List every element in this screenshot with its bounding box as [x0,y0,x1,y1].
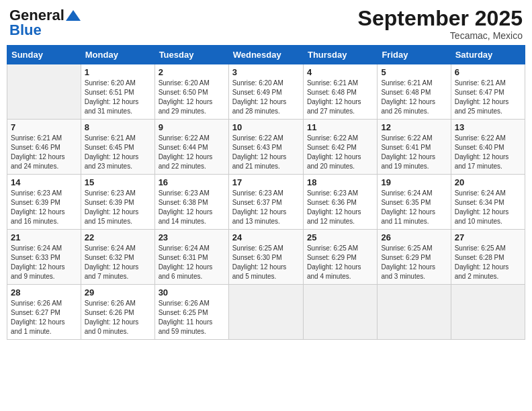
day-info: Sunrise: 6:24 AM Sunset: 6:35 PM Dayligh… [381,189,447,226]
logo: General Blue [9,7,81,39]
calendar-cell: 18Sunrise: 6:23 AM Sunset: 6:36 PM Dayli… [303,175,377,230]
day-number: 21 [11,232,77,242]
day-info: Sunrise: 6:25 AM Sunset: 6:28 PM Dayligh… [455,244,521,281]
day-info: Sunrise: 6:25 AM Sunset: 6:29 PM Dayligh… [381,244,447,281]
day-info: Sunrise: 6:21 AM Sunset: 6:48 PM Dayligh… [381,79,447,116]
calendar-cell: 8Sunrise: 6:21 AM Sunset: 6:45 PM Daylig… [81,120,154,175]
day-info: Sunrise: 6:22 AM Sunset: 6:43 PM Dayligh… [232,134,300,171]
day-info: Sunrise: 6:21 AM Sunset: 6:47 PM Dayligh… [455,79,521,116]
day-number: 22 [85,232,151,242]
day-number: 28 [11,287,77,298]
day-number: 27 [455,232,521,242]
day-info: Sunrise: 6:21 AM Sunset: 6:46 PM Dayligh… [11,134,77,171]
day-info: Sunrise: 6:21 AM Sunset: 6:45 PM Dayligh… [85,134,151,171]
calendar-cell: 17Sunrise: 6:23 AM Sunset: 6:37 PM Dayli… [228,175,303,230]
calendar-cell: 30Sunrise: 6:26 AM Sunset: 6:25 PM Dayli… [154,285,228,340]
day-number: 4 [307,67,373,77]
day-number: 10 [232,122,300,132]
calendar-cell: 10Sunrise: 6:22 AM Sunset: 6:43 PM Dayli… [228,120,303,175]
day-info: Sunrise: 6:21 AM Sunset: 6:48 PM Dayligh… [307,79,373,116]
calendar-cell: 3Sunrise: 6:20 AM Sunset: 6:49 PM Daylig… [228,64,303,120]
calendar-cell: 4Sunrise: 6:21 AM Sunset: 6:48 PM Daylig… [303,64,377,120]
calendar-cell: 19Sunrise: 6:24 AM Sunset: 6:35 PM Dayli… [378,175,451,230]
calendar-cell: 27Sunrise: 6:25 AM Sunset: 6:28 PM Dayli… [451,230,525,285]
weekday-header-sunday: Sunday [7,46,81,64]
day-number: 15 [85,177,151,187]
calendar-cell: 16Sunrise: 6:23 AM Sunset: 6:38 PM Dayli… [154,175,228,230]
day-info: Sunrise: 6:22 AM Sunset: 6:44 PM Dayligh… [159,134,225,171]
day-info: Sunrise: 6:23 AM Sunset: 6:39 PM Dayligh… [11,189,77,226]
day-info: Sunrise: 6:22 AM Sunset: 6:42 PM Dayligh… [307,134,373,171]
calendar-cell [378,285,451,340]
day-info: Sunrise: 6:25 AM Sunset: 6:30 PM Dayligh… [232,244,300,281]
calendar-cell: 28Sunrise: 6:26 AM Sunset: 6:27 PM Dayli… [7,285,81,340]
day-info: Sunrise: 6:26 AM Sunset: 6:26 PM Dayligh… [85,299,151,336]
weekday-header-friday: Friday [378,46,451,64]
calendar-cell: 15Sunrise: 6:23 AM Sunset: 6:39 PM Dayli… [81,175,154,230]
calendar-cell: 26Sunrise: 6:25 AM Sunset: 6:29 PM Dayli… [378,230,451,285]
day-number: 18 [307,177,373,187]
day-info: Sunrise: 6:24 AM Sunset: 6:34 PM Dayligh… [455,189,521,226]
day-number: 6 [455,67,521,77]
calendar-week-5: 28Sunrise: 6:26 AM Sunset: 6:27 PM Dayli… [7,285,525,340]
day-number: 25 [307,232,373,242]
weekday-header-monday: Monday [81,46,154,64]
day-info: Sunrise: 6:20 AM Sunset: 6:49 PM Dayligh… [232,79,300,116]
day-number: 14 [11,177,77,187]
calendar-header-row: SundayMondayTuesdayWednesdayThursdayFrid… [7,46,525,64]
day-info: Sunrise: 6:24 AM Sunset: 6:31 PM Dayligh… [159,244,225,281]
calendar-cell: 6Sunrise: 6:21 AM Sunset: 6:47 PM Daylig… [451,64,525,120]
calendar-week-4: 21Sunrise: 6:24 AM Sunset: 6:33 PM Dayli… [7,230,525,285]
day-info: Sunrise: 6:24 AM Sunset: 6:32 PM Dayligh… [85,244,151,281]
day-number: 17 [232,177,300,187]
day-info: Sunrise: 6:26 AM Sunset: 6:25 PM Dayligh… [159,299,225,336]
calendar-cell: 25Sunrise: 6:25 AM Sunset: 6:29 PM Dayli… [303,230,377,285]
calendar-cell: 22Sunrise: 6:24 AM Sunset: 6:32 PM Dayli… [81,230,154,285]
weekday-header-saturday: Saturday [451,46,525,64]
calendar-cell: 11Sunrise: 6:22 AM Sunset: 6:42 PM Dayli… [303,120,377,175]
day-info: Sunrise: 6:26 AM Sunset: 6:27 PM Dayligh… [11,299,77,336]
calendar-cell: 20Sunrise: 6:24 AM Sunset: 6:34 PM Dayli… [451,175,525,230]
day-number: 11 [307,122,373,132]
calendar-cell: 14Sunrise: 6:23 AM Sunset: 6:39 PM Dayli… [7,175,81,230]
month-title: September 2025 [358,7,523,30]
day-info: Sunrise: 6:22 AM Sunset: 6:40 PM Dayligh… [455,134,521,171]
calendar-week-3: 14Sunrise: 6:23 AM Sunset: 6:39 PM Dayli… [7,175,525,230]
day-info: Sunrise: 6:25 AM Sunset: 6:29 PM Dayligh… [307,244,373,281]
day-info: Sunrise: 6:22 AM Sunset: 6:41 PM Dayligh… [381,134,447,171]
day-number: 19 [381,177,447,187]
day-number: 13 [455,122,521,132]
calendar-cell: 12Sunrise: 6:22 AM Sunset: 6:41 PM Dayli… [378,120,451,175]
day-number: 24 [232,232,300,242]
day-info: Sunrise: 6:23 AM Sunset: 6:39 PM Dayligh… [85,189,151,226]
day-number: 16 [159,177,225,187]
day-info: Sunrise: 6:20 AM Sunset: 6:51 PM Dayligh… [85,79,151,116]
logo-blue: Blue [9,21,42,39]
calendar-table: SundayMondayTuesdayWednesdayThursdayFrid… [7,45,525,340]
day-number: 3 [232,67,300,77]
calendar-week-1: 1Sunrise: 6:20 AM Sunset: 6:51 PM Daylig… [7,64,525,120]
calendar-cell: 9Sunrise: 6:22 AM Sunset: 6:44 PM Daylig… [154,120,228,175]
weekday-header-tuesday: Tuesday [154,46,228,64]
day-number: 2 [159,67,225,77]
weekday-header-thursday: Thursday [303,46,377,64]
day-info: Sunrise: 6:23 AM Sunset: 6:36 PM Dayligh… [307,189,373,226]
calendar-cell: 23Sunrise: 6:24 AM Sunset: 6:31 PM Dayli… [154,230,228,285]
calendar-week-2: 7Sunrise: 6:21 AM Sunset: 6:46 PM Daylig… [7,120,525,175]
calendar-cell: 21Sunrise: 6:24 AM Sunset: 6:33 PM Dayli… [7,230,81,285]
calendar-cell: 2Sunrise: 6:20 AM Sunset: 6:50 PM Daylig… [154,64,228,120]
calendar-cell: 29Sunrise: 6:26 AM Sunset: 6:26 PM Dayli… [81,285,154,340]
day-info: Sunrise: 6:20 AM Sunset: 6:50 PM Dayligh… [159,79,225,116]
calendar-cell: 24Sunrise: 6:25 AM Sunset: 6:30 PM Dayli… [228,230,303,285]
calendar-cell: 13Sunrise: 6:22 AM Sunset: 6:40 PM Dayli… [451,120,525,175]
day-number: 20 [455,177,521,187]
day-number: 26 [381,232,447,242]
logo-icon [66,10,81,21]
location: Tecamac, Mexico [358,30,523,41]
calendar-cell: 7Sunrise: 6:21 AM Sunset: 6:46 PM Daylig… [7,120,81,175]
day-number: 8 [85,122,151,132]
day-number: 23 [159,232,225,242]
day-number: 29 [85,287,151,298]
calendar-cell: 5Sunrise: 6:21 AM Sunset: 6:48 PM Daylig… [378,64,451,120]
calendar-cell: 1Sunrise: 6:20 AM Sunset: 6:51 PM Daylig… [81,64,154,120]
